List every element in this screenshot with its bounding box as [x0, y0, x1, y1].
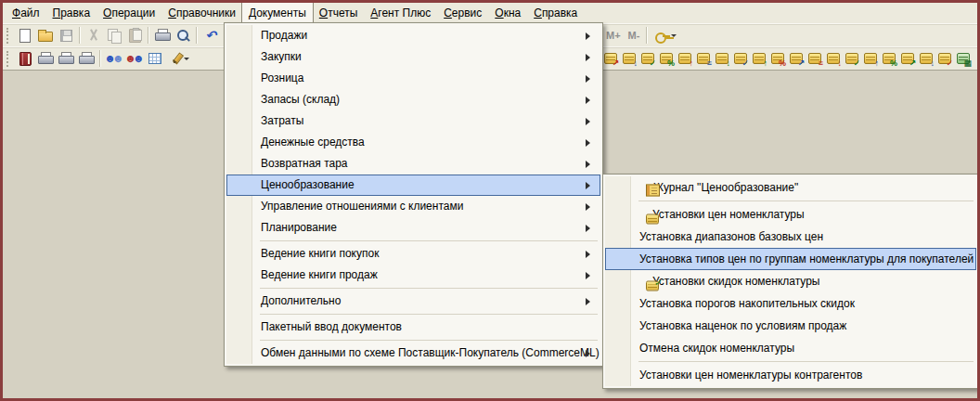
pricing-doc-button[interactable]: ≡ [806, 48, 824, 69]
submenu-item-markup-by-sales-terms[interactable]: Установка наценок по условиям продаж [605, 315, 976, 337]
doc-accent-glyph: % [667, 59, 675, 68]
menu-item-label: Отмена скидок номенклатуры [639, 342, 794, 355]
menu-item-label: Обмен данными по схеме Поставщик-Покупат… [261, 346, 600, 359]
submenu-item-cumulative-discount-thresholds[interactable]: Установка порогов накопительных скидок [605, 292, 976, 315]
menubar-item-windows[interactable]: Окна [488, 3, 527, 23]
undo-icon [205, 29, 216, 42]
menubar-item-file[interactable]: Файл [6, 3, 46, 23]
pricing-doc-button[interactable]: ↑ [750, 48, 768, 69]
menubar-item-operations[interactable]: Операции [97, 3, 161, 23]
copy-button[interactable] [104, 25, 124, 45]
menubar-item-help[interactable]: Справка [527, 3, 584, 23]
menubar-item-documents[interactable]: Документы [242, 3, 313, 23]
price-table-button[interactable] [145, 48, 165, 69]
menu-item-crm[interactable]: Управление отношениями с клиентами [226, 196, 600, 217]
pricing-doc-button[interactable]: % [768, 48, 787, 69]
doc-accent-glyph: ↓ [634, 59, 638, 68]
submenu-item-pricing-journal[interactable]: Журнал "Ценообразование" [605, 176, 976, 199]
menu-item-costs[interactable]: Затраты [226, 110, 600, 132]
menu-item-warehouse[interactable]: Запасы (склад) [226, 89, 600, 110]
memory-plus-button[interactable]: М+ [602, 27, 625, 44]
pricing-doc-button[interactable]: ↑ [676, 48, 694, 69]
menu-item-additional[interactable]: Дополнительно [226, 291, 600, 312]
menubar-item-catalogs[interactable]: Справочники [161, 3, 242, 23]
pricing-doc-button[interactable]: ↑ [861, 48, 880, 69]
menu-item-returnable-packaging[interactable]: Возвратная тара [226, 153, 600, 175]
menu-item-planning[interactable]: Планирование [226, 217, 600, 239]
paste-button[interactable] [124, 25, 145, 45]
print-button[interactable] [152, 25, 173, 45]
menu-item-sales-ledger[interactable]: Ведение книги продаж [226, 265, 600, 286]
print-preview-icon [176, 29, 189, 42]
menubar-item-agent-plus[interactable]: Агент Плюс [364, 3, 437, 23]
pricing-submenu: Журнал "Ценообразование" Установки цен н… [602, 174, 979, 389]
memory-minus-button[interactable]: М- [625, 27, 644, 44]
chevron-down-icon [671, 34, 677, 40]
save-button[interactable] [56, 25, 76, 45]
pricing-doc-button[interactable]: ↗ [601, 48, 620, 69]
menu-item-cash[interactable]: Денежные средства [226, 132, 600, 153]
pricing-doc-button[interactable]: ↗ [787, 48, 806, 69]
menubar-item-label: Справочники [168, 6, 236, 19]
pricing-doc-button[interactable]: % [657, 48, 676, 69]
pricing-doc-button[interactable]: ✓ [935, 48, 954, 69]
menu-item-label: Установки скидок номенклатуры [652, 275, 819, 288]
contact-persons-icon [124, 53, 144, 64]
print-list-button[interactable] [76, 48, 97, 69]
menu-item-commerceml-exchange[interactable]: Обмен данными по схеме Поставщик-Покупат… [226, 343, 600, 364]
submenu-item-discount-cancellation[interactable]: Отмена скидок номенклатуры [605, 337, 976, 359]
toolbar-grip[interactable] [6, 51, 11, 67]
submenu-item-price-settings[interactable]: Установки цен номенклатуры [605, 203, 976, 226]
contact-persons-button[interactable] [124, 48, 145, 69]
submenu-item-price-types-by-groups[interactable]: Установка типов цен по группам номенклат… [605, 248, 976, 270]
open-button[interactable] [35, 25, 56, 45]
pricing-doc-button[interactable]: % [880, 48, 898, 69]
pricing-doc-button[interactable]: ↓ [824, 48, 843, 69]
menubar-item-service[interactable]: Сервис [437, 3, 488, 23]
counterparties-button[interactable] [104, 48, 124, 69]
menu-item-label: Розница [261, 71, 303, 84]
menu-item-purchases[interactable]: Закупки [226, 46, 600, 68]
print-document-button[interactable] [35, 48, 56, 69]
menu-item-label: Управление отношениями с клиентами [261, 200, 463, 213]
print-icon [155, 29, 170, 42]
submenu-item-discount-settings[interactable]: Установки скидок номенклатуры [605, 270, 976, 292]
print-form-button[interactable] [56, 48, 76, 69]
submenu-item-base-price-ranges[interactable]: Установка диапазонов базовых цен [605, 226, 976, 248]
menu-item-label: Установки цен номенклатуры [652, 208, 805, 221]
menu-item-label: Ведение книги покупок [261, 247, 379, 260]
menubar-item-reports[interactable]: Отчеты [313, 3, 365, 23]
pricing-doc-button[interactable]: ✓ [638, 48, 657, 69]
service-settings-button[interactable] [651, 25, 680, 45]
pricing-doc-button[interactable]: ↗ [898, 48, 917, 69]
document-journal-button[interactable] [15, 48, 35, 69]
pricing-doc-button[interactable]: ↓ [620, 48, 638, 69]
submenu-arrow-icon [586, 75, 594, 83]
pricing-doc-button[interactable]: ▦ [954, 48, 973, 69]
menu-item-sales[interactable]: Продажи [226, 25, 600, 46]
pricing-doc-button[interactable]: ✓ [843, 48, 861, 69]
documents-menu: Продажи Закупки Розница Запасы (склад) З… [224, 22, 603, 367]
cut-button[interactable] [84, 25, 104, 45]
pricing-journal-icon [646, 185, 660, 197]
chevron-down-icon [184, 58, 189, 63]
menu-item-label: Ценообразование [261, 178, 355, 191]
menubar-item-edit[interactable]: Правка [46, 3, 97, 23]
menu-item-batch-input[interactable]: Пакетный ввод документов [226, 317, 600, 338]
pricing-doc-button[interactable]: ≡ [694, 48, 713, 69]
menu-item-purchase-ledger[interactable]: Ведение книги покупок [226, 243, 600, 265]
doc-accent-glyph: ↓ [931, 59, 935, 68]
pricing-doc-button[interactable]: ↓ [917, 48, 935, 69]
pricing-doc-button[interactable]: ✓ [731, 48, 750, 69]
menu-item-retail[interactable]: Розница [226, 68, 600, 89]
menubar-item-label: Отчеты [319, 6, 358, 19]
pricing-doc-button[interactable]: ↓ [713, 48, 731, 69]
submenu-item-counterparty-price-settings[interactable]: Установки цен номенклатуры контрагентов [605, 364, 976, 386]
toolbar-grip[interactable] [6, 28, 11, 44]
menu-item-pricing[interactable]: Ценообразование [226, 175, 600, 196]
edit-document-button[interactable] [165, 48, 193, 69]
app-window: Файл Правка Операции Справочники Докумен… [0, 0, 980, 401]
print-preview-button[interactable] [173, 25, 193, 45]
undo-button[interactable] [200, 25, 221, 45]
new-document-button[interactable] [15, 25, 35, 45]
